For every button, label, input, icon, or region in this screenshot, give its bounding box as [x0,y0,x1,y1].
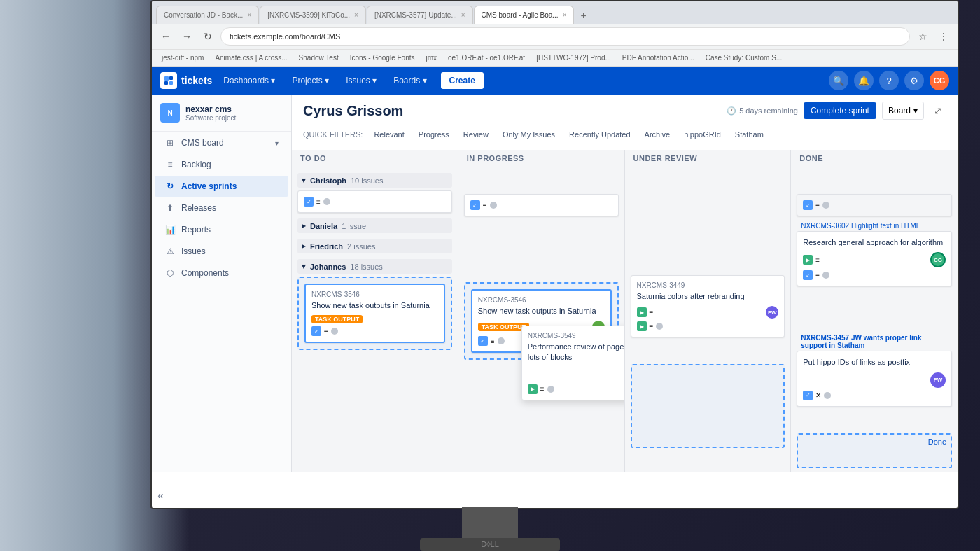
settings-icon[interactable]: ⚙ [904,71,924,90]
qf-relevant[interactable]: Relevant [368,128,410,141]
main-content: Cyrus Grissom 🕐 5 days remaining Complet… [292,95,958,472]
svg-rect-1 [169,76,173,80]
dashed-drop-zone: NXRCMS-3546 Show new task outputs in Sat… [298,277,452,350]
board-columns: TO DO ▾ Christoph 10 issues [292,150,958,466]
nav-dashboards[interactable]: Dashboards ▾ [218,73,281,88]
back-button[interactable]: ← [158,28,174,45]
card-id: NXRCMS-3546 [478,296,605,304]
card-friedrich-done-1[interactable]: Put hippo IDs of links as postfix FW ✓ ✕ [797,351,952,406]
tab-close-2[interactable]: × [354,11,358,19]
sidebar-item-issues[interactable]: ⚠ Issues [155,241,288,262]
bookmark-6[interactable]: oe1.ORF.at - oe1.ORF.at [444,53,529,63]
qf-review[interactable]: Review [458,128,494,141]
component-icon: ⬡ [164,267,176,279]
swimlane-name-daniela: Daniela [310,222,337,230]
notifications-icon[interactable]: 🔔 [854,71,874,90]
card-johannes-todo-1[interactable]: NXRCMS-3546 Show new task outputs in Sat… [304,284,445,343]
swimlane-header-daniela[interactable]: ▸ Daniela 1 issue [298,218,452,233]
qf-recently-updated[interactable]: Recently Updated [564,128,636,141]
browser-tab-1[interactable]: Conversation JD - Back... × [156,6,259,24]
card-christoph-ip-1[interactable]: ✓ ≡ [464,194,619,216]
swimlane-header-friedrich[interactable]: ▸ Friedrich 2 issues [298,239,452,253]
qf-archive[interactable]: Archive [639,128,676,141]
swimlane-name-johannes: Johannes [310,263,346,271]
priority-icon: ✕ [816,391,821,399]
user-avatar[interactable]: CG [930,71,949,90]
browser-tab-4[interactable]: CMS board - Agile Boa... × [474,6,575,24]
swimlane-header-christoph[interactable]: ▾ Christoph 10 issues [298,173,452,188]
card-christoph-done-2[interactable]: Research general approach for algorithm … [797,231,952,286]
stand-neck [462,507,518,538]
forward-button[interactable]: → [178,28,195,45]
card-footer: ▶ ≡ CG [803,252,946,267]
bookmark-8[interactable]: PDF Annotation Actio... [618,53,699,63]
bookmark-2[interactable]: Animate.css | A cross... [211,53,291,63]
popup-card-footer: JH [528,368,624,380]
done-link[interactable]: Done [798,435,951,449]
tab-close-4[interactable]: × [563,11,567,19]
qf-statham[interactable]: Statham [729,128,769,141]
project-icon: N [160,103,180,123]
sidebar-item-reports[interactable]: 📊 Reports [155,219,288,240]
priority-icon: ≡ [816,202,820,209]
status-dot [547,386,554,393]
qf-progress[interactable]: Progress [413,128,455,141]
nav-boards[interactable]: Boards ▾ [388,73,432,88]
bookmark-3[interactable]: Shadow Test [295,53,343,63]
add-tab-button[interactable]: + [575,7,592,24]
qf-hippogrid[interactable]: hippoGRId [678,128,727,141]
swimlane-name-friedrich: Friedrich [310,242,343,251]
expand-icon[interactable]: ⤢ [930,102,946,119]
project-info: nexxar cms Software project [186,104,236,122]
card-title: Saturnia colors after rebranding [637,291,779,302]
browser-toolbar: ← → ↻ tickets.example.com/board/CMS ☆ ⋮ [152,24,958,49]
qf-only-my-issues[interactable]: Only My Issues [497,128,561,141]
search-icon[interactable]: 🔍 [829,71,848,90]
help-icon[interactable]: ? [879,71,899,90]
card-christoph-todo-1[interactable]: ✓ ≡ [298,190,452,213]
sidebar-item-components[interactable]: ⬡ Components [155,263,288,284]
nav-issues[interactable]: Issues ▾ [340,73,382,88]
browser-tab-2[interactable]: [NXRCMS-3599] KiTaCo... × [260,6,366,24]
browser-chrome: Conversation JD - Back... × [NXRCMS-3599… [152,1,958,67]
card-friedrich-ur-1[interactable]: NXRCMS-3449 Saturnia colors after rebran… [631,275,785,337]
browser-tab-3[interactable]: [NXRCMS-3577] Update... × [367,6,473,24]
bookmark-button[interactable]: ☆ [914,28,931,45]
refresh-button[interactable]: ↻ [200,28,216,45]
sidebar-item-backlog[interactable]: ≡ Backlog [155,154,288,175]
sidebar-item-releases[interactable]: ⬆ Releases [155,197,288,218]
card-footer: ▶ ≡ FW [637,306,779,319]
swimlane-header-johannes[interactable]: ▾ Johannes 18 issues [298,259,452,274]
daniela-spacer [464,222,619,242]
column-inprogress: IN PROGRESS ✓ ≡ [458,150,625,472]
card-popup[interactable]: NXRCMS-3549 Performance review of pages … [522,326,624,400]
sidebar-item-cms-board[interactable]: ⊞ CMS board ▾ [155,132,288,153]
board-view-button[interactable]: Board ▾ [882,102,924,120]
bookmark-4[interactable]: Icons - Google Fonts [346,53,419,63]
chevron-down-icon: ▾ [302,176,306,185]
bookmark-1[interactable]: jest-diff - npm [158,53,208,63]
friedrich-spacer [464,242,619,261]
complete-sprint-button[interactable]: Complete sprint [804,102,876,119]
tab-close-1[interactable]: × [247,11,251,19]
swimlane-count-friedrich: 2 issues [347,242,375,251]
svg-rect-0 [164,76,169,81]
sidebar-item-active-sprints[interactable]: ↻ Active sprints [155,176,288,197]
status-dot [824,392,831,399]
create-button[interactable]: Create [441,72,484,89]
list-icon: ≡ [164,159,176,170]
card-footer: TASK OUTPUT [312,315,438,323]
monitor-frame: Conversation JD - Back... × [NXRCMS-3599… [0,0,980,551]
task-icon: ✓ [803,270,813,280]
tab-close-3[interactable]: × [461,11,465,19]
bookmark-7[interactable]: [HSTTWO-1972] Prod... [532,53,615,63]
card-christoph-done-1[interactable]: ✓ ≡ [797,194,952,216]
card-id-label: NXRCMS-3602 Highlight text in HTML [797,221,952,231]
nav-projects[interactable]: Projects ▾ [286,73,335,88]
address-bar[interactable]: tickets.example.com/board/CMS [220,27,910,46]
settings-button[interactable]: ⋮ [935,28,952,45]
bookmark-9[interactable]: Case Study: Custom S... [701,53,787,63]
priority-icon: ≡ [324,328,328,335]
priority-icon: ≡ [483,202,487,209]
bookmark-5[interactable]: jmx [422,53,442,63]
